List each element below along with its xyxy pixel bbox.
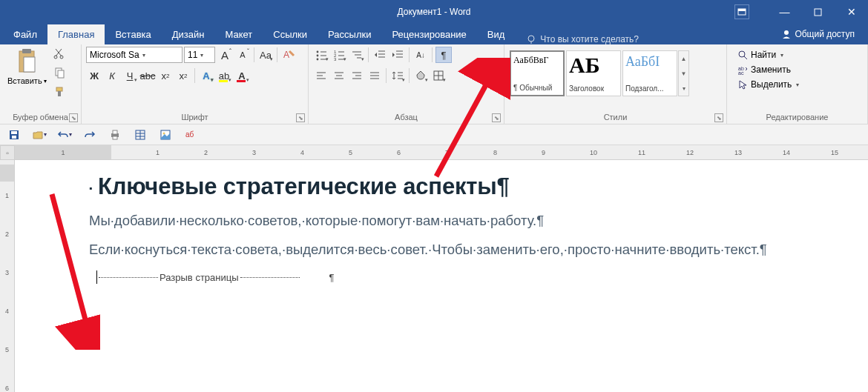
svg-text:ac: ac xyxy=(738,70,744,75)
tab-review[interactable]: Рецензирование xyxy=(381,24,476,44)
tab-file[interactable]: Файл xyxy=(3,24,47,44)
align-left-button[interactable] xyxy=(313,67,329,84)
heading-text[interactable]: ▪Ключевые стратегические аспекты¶ xyxy=(89,173,853,200)
shading-button[interactable]: ▾ xyxy=(412,67,429,84)
paste-button[interactable]: Вставить▾ xyxy=(4,47,50,85)
tell-me-search[interactable]: Что вы хотите сделать? xyxy=(526,34,639,44)
text-effects-button[interactable]: A▾ xyxy=(198,67,214,84)
qat-open[interactable]: ▾ xyxy=(31,127,47,142)
brush-icon xyxy=(53,86,65,98)
tab-references[interactable]: Ссылки xyxy=(263,24,318,44)
svg-text:3: 3 xyxy=(334,57,337,61)
styles-down[interactable]: ▼ xyxy=(679,66,688,81)
close-button[interactable]: ✕ xyxy=(835,0,868,24)
sort-button[interactable]: A↓ xyxy=(412,47,429,63)
tab-layout[interactable]: Макет xyxy=(214,24,263,44)
maximize-icon xyxy=(814,8,822,16)
body-paragraph-1[interactable]: Мы·добавили·несколько·советов,·которые·п… xyxy=(89,210,823,232)
group-paragraph: ▾ 123▾ ▾ A↓ ¶ ▾ xyxy=(309,44,504,124)
style-normal[interactable]: АаБбВвГ ¶ Обычный xyxy=(510,50,565,96)
paragraph-dialog-launcher[interactable]: ⬊ xyxy=(492,113,501,122)
font-size-combo[interactable]: 11▾ xyxy=(184,47,215,63)
copy-button[interactable] xyxy=(53,66,66,79)
svg-rect-64 xyxy=(113,136,117,139)
grow-font-button[interactable]: Aˆ xyxy=(217,47,233,63)
ribbon-tabs: Файл Главная Вставка Дизайн Макет Ссылки… xyxy=(0,24,868,44)
font-color-button[interactable]: A▾ xyxy=(234,67,250,84)
styles-dialog-launcher[interactable]: ⬊ xyxy=(714,113,723,122)
lightbulb-icon xyxy=(526,34,536,44)
strikethrough-button[interactable]: abc xyxy=(139,67,156,84)
svg-point-55 xyxy=(739,51,745,57)
qat-spelling[interactable]: аб xyxy=(183,127,199,142)
increase-indent-button[interactable] xyxy=(389,47,406,63)
italic-button[interactable]: К xyxy=(104,67,120,84)
style-subheading[interactable]: АаБбІ Подзагол... xyxy=(622,50,677,96)
minimize-button[interactable]: — xyxy=(768,0,801,24)
quick-access-toolbar: ▾ ▾ аб xyxy=(0,124,868,145)
clear-formatting-button[interactable]: A xyxy=(280,47,297,63)
document-page[interactable]: ▪Ключевые стратегические аспекты¶ Мы·доб… xyxy=(15,160,868,392)
tab-insert[interactable]: Вставка xyxy=(105,24,161,44)
tab-mailings[interactable]: Рассылки xyxy=(318,24,381,44)
find-button[interactable]: Найти▾ xyxy=(737,50,799,60)
group-styles: АаБбВвГ ¶ Обычный АБ Заголовок АаБбІ Под… xyxy=(504,44,727,124)
body-paragraph-2[interactable]: Если·коснуться·текста·совета,·выделится·… xyxy=(89,239,823,261)
align-right-button[interactable] xyxy=(349,67,365,84)
horizontal-ruler[interactable]: 1 1 2 3 4 5 6 7 8 9 10 11 12 13 14 15 16 xyxy=(15,145,868,160)
document-title: Документ1 - Word xyxy=(397,7,470,17)
tab-home[interactable]: Главная xyxy=(47,24,105,44)
tab-design[interactable]: Дизайн xyxy=(162,24,215,44)
print-icon xyxy=(109,129,121,141)
ruler-scale: 1 2 3 4 5 6 7 8 9 10 11 12 13 14 15 16 xyxy=(111,145,868,159)
font-dialog-launcher[interactable]: ⬊ xyxy=(296,113,305,122)
line-spacing-button[interactable]: ▾ xyxy=(389,67,406,84)
tab-view[interactable]: Вид xyxy=(477,24,516,44)
title-bar: Документ1 - Word — ✕ xyxy=(0,0,868,24)
window-controls: — ✕ xyxy=(768,0,868,24)
bullets-button[interactable]: ▾ xyxy=(313,47,329,63)
picture-icon xyxy=(160,129,171,141)
clipboard-dialog-launcher[interactable]: ⬊ xyxy=(69,113,78,122)
share-button[interactable]: Общий доступ xyxy=(775,24,861,44)
justify-button[interactable] xyxy=(366,67,383,84)
shrink-font-button[interactable]: Aˇ xyxy=(234,47,251,63)
replace-button[interactable]: abac Заменить xyxy=(737,64,799,75)
styles-up[interactable]: ▲ xyxy=(679,51,688,66)
document-area: 1 2 3 4 5 6 ▪Ключевые стратегические асп… xyxy=(0,160,868,392)
page-break-marker[interactable]: Разрыв страницы ¶ xyxy=(96,270,853,284)
qat-redo[interactable] xyxy=(82,127,98,142)
svg-rect-60 xyxy=(11,131,17,134)
show-hide-pilcrow-button[interactable]: ¶ xyxy=(435,47,452,63)
select-button[interactable]: Выделить▾ xyxy=(737,79,799,90)
change-case-button[interactable]: Aa▾ xyxy=(257,47,274,63)
undo-icon xyxy=(57,129,69,141)
superscript-button[interactable]: x2 xyxy=(175,67,191,84)
multilevel-list-button[interactable]: ▾ xyxy=(349,47,365,63)
qat-print[interactable] xyxy=(107,127,123,142)
svg-rect-14 xyxy=(58,91,61,96)
ribbon-display-options[interactable] xyxy=(734,4,749,19)
qat-insert-picture[interactable] xyxy=(157,127,174,142)
bold-button[interactable]: Ж xyxy=(86,67,102,84)
underline-button[interactable]: Ч▾ xyxy=(122,67,138,84)
redo-icon xyxy=(84,129,96,141)
numbering-button[interactable]: 123▾ xyxy=(331,47,347,63)
highlight-button[interactable]: ab▾ xyxy=(216,67,232,84)
borders-button[interactable]: ▾ xyxy=(430,67,447,84)
qat-save[interactable] xyxy=(6,127,22,142)
font-name-combo[interactable]: Microsoft Sa▾ xyxy=(86,47,183,63)
qat-undo[interactable]: ▾ xyxy=(56,127,73,142)
qat-table[interactable] xyxy=(132,127,148,142)
styles-more[interactable]: ▾ xyxy=(679,81,688,96)
decrease-indent-button[interactable] xyxy=(372,47,388,63)
cut-button[interactable] xyxy=(53,47,66,60)
format-painter-button[interactable] xyxy=(53,85,66,99)
vertical-ruler[interactable]: 1 2 3 4 5 6 xyxy=(0,160,15,392)
subscript-button[interactable]: x2 xyxy=(157,67,174,84)
ribbon: Вставить▾ Буфер обмена⬊ Microsoft Sa▾ 11… xyxy=(0,44,868,124)
style-heading[interactable]: АБ Заголовок xyxy=(566,50,621,96)
align-center-button[interactable] xyxy=(331,67,347,84)
maximize-button[interactable] xyxy=(801,0,835,24)
svg-rect-63 xyxy=(113,130,117,134)
